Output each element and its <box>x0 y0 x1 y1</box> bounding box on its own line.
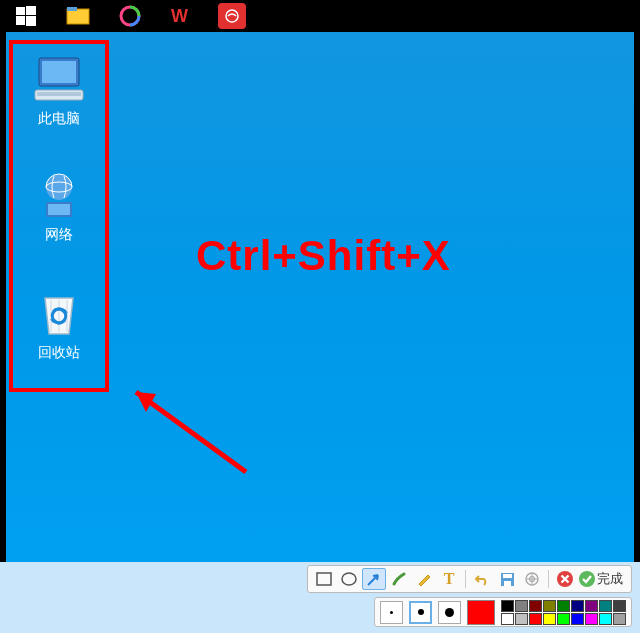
save-button[interactable] <box>495 568 519 590</box>
taskbar: W <box>0 0 640 32</box>
color-swatch[interactable] <box>585 613 598 625</box>
tool-text[interactable]: T <box>437 568 461 590</box>
computer-icon <box>33 56 85 104</box>
color-swatch[interactable] <box>529 600 542 612</box>
brush-size-small[interactable] <box>380 601 403 624</box>
separator <box>465 570 466 588</box>
swirl-app-button[interactable] <box>114 2 146 30</box>
color-palette <box>374 597 632 627</box>
color-grid <box>501 600 626 625</box>
tool-arrow[interactable] <box>362 568 386 590</box>
tool-rect[interactable] <box>312 568 336 590</box>
svg-rect-16 <box>48 204 70 215</box>
svg-rect-4 <box>67 9 89 24</box>
desktop-icon-label: 回收站 <box>14 344 104 362</box>
tool-pen[interactable] <box>412 568 436 590</box>
svg-rect-5 <box>67 7 77 11</box>
svg-rect-12 <box>37 92 81 96</box>
color-swatch[interactable] <box>571 600 584 612</box>
desktop[interactable]: 此电脑 网络 <box>6 32 634 562</box>
svg-rect-1 <box>26 6 36 15</box>
record-button[interactable] <box>218 3 246 29</box>
color-swatch[interactable] <box>529 613 542 625</box>
color-swatch[interactable] <box>501 613 514 625</box>
snip-toolbar: T 完成 <box>307 565 632 593</box>
separator <box>548 570 549 588</box>
color-swatch[interactable] <box>501 600 514 612</box>
svg-rect-22 <box>503 574 512 578</box>
svg-rect-3 <box>26 16 36 26</box>
svg-rect-10 <box>42 61 76 83</box>
tool-brush[interactable] <box>387 568 411 590</box>
color-swatch[interactable] <box>599 600 612 612</box>
start-button[interactable] <box>10 2 42 30</box>
color-swatch[interactable] <box>571 613 584 625</box>
desktop-icon-recycle-bin[interactable]: 回收站 <box>14 290 104 362</box>
annotation-hotkey-text: Ctrl+Shift+X <box>196 232 451 280</box>
desktop-icon-this-pc[interactable]: 此电脑 <box>14 56 104 128</box>
color-swatch[interactable] <box>599 613 612 625</box>
color-swatch[interactable] <box>543 613 556 625</box>
svg-rect-19 <box>317 573 331 585</box>
brush-size-large[interactable] <box>438 601 461 624</box>
color-swatch[interactable] <box>585 600 598 612</box>
annotation-arrow <box>106 372 266 492</box>
cancel-button[interactable] <box>553 568 577 590</box>
desktop-icon-label: 此电脑 <box>14 110 104 128</box>
wps-button[interactable]: W <box>166 2 198 30</box>
svg-text:W: W <box>171 6 188 26</box>
brush-size-medium[interactable] <box>409 601 432 624</box>
svg-point-8 <box>226 10 238 22</box>
svg-rect-2 <box>16 16 25 25</box>
color-swatch[interactable] <box>557 613 570 625</box>
recycle-bin-icon <box>33 290 85 338</box>
svg-point-20 <box>342 573 356 585</box>
color-swatch[interactable] <box>543 600 556 612</box>
file-explorer-button[interactable] <box>62 2 94 30</box>
desktop-icon-network[interactable]: 网络 <box>14 172 104 244</box>
undo-button[interactable] <box>470 568 494 590</box>
svg-line-17 <box>136 392 246 472</box>
color-swatch[interactable] <box>515 613 528 625</box>
color-swatch[interactable] <box>613 600 626 612</box>
color-swatch[interactable] <box>613 613 626 625</box>
color-swatch[interactable] <box>515 600 528 612</box>
svg-rect-0 <box>16 7 25 15</box>
svg-rect-23 <box>504 581 511 586</box>
done-label: 完成 <box>596 570 627 588</box>
color-swatch[interactable] <box>557 600 570 612</box>
share-button[interactable] <box>520 568 544 590</box>
done-button[interactable]: 完成 <box>578 568 627 590</box>
desktop-icon-label: 网络 <box>14 226 104 244</box>
network-icon <box>33 172 85 220</box>
tool-ellipse[interactable] <box>337 568 361 590</box>
current-color[interactable] <box>467 600 495 625</box>
